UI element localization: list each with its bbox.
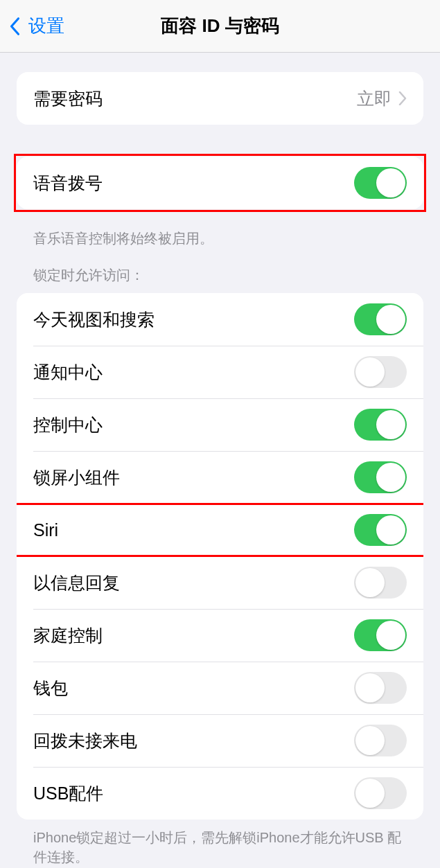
lock-access-row: 今天视图和搜索 <box>17 293 423 346</box>
voice-dial-row: 语音拨号 <box>17 157 423 209</box>
back-label: 设置 <box>28 14 64 38</box>
row-value: 立即 <box>357 87 391 110</box>
row-label: 家庭控制 <box>33 624 103 647</box>
lock-access-toggle[interactable] <box>354 514 407 546</box>
lock-access-toggle[interactable] <box>354 567 407 599</box>
row-label: 锁屏小组件 <box>33 466 120 489</box>
lock-access-toggle[interactable] <box>354 725 407 756</box>
lock-access-row: Siri <box>17 504 423 556</box>
row-label: 回拨未接来电 <box>33 729 137 752</box>
row-label: Siri <box>33 520 58 540</box>
lock-access-toggle[interactable] <box>354 461 407 493</box>
row-label: USB配件 <box>33 782 103 805</box>
lock-access-row: 家庭控制 <box>17 609 423 662</box>
lock-access-row: USB配件 <box>17 767 423 820</box>
lock-access-toggle[interactable] <box>354 356 407 388</box>
row-label: 需要密码 <box>33 87 103 110</box>
voice-dial-footer: 音乐语音控制将始终被启用。 <box>17 220 423 248</box>
require-passcode-row[interactable]: 需要密码 立即 <box>17 72 423 125</box>
lock-access-header: 锁定时允许访问： <box>17 248 423 293</box>
chevron-left-icon <box>10 17 20 36</box>
chevron-right-icon <box>398 91 407 105</box>
row-label: 语音拨号 <box>33 172 103 195</box>
page-title: 面容 ID 与密码 <box>0 14 440 38</box>
lock-access-toggle[interactable] <box>354 777 407 809</box>
lock-access-row: 钱包 <box>17 662 423 714</box>
lock-access-row: 通知中心 <box>17 346 423 398</box>
row-label: 通知中心 <box>33 361 103 384</box>
voice-dial-group: 语音拨号 <box>17 157 423 209</box>
lock-access-toggle[interactable] <box>354 619 407 651</box>
lock-access-toggle[interactable] <box>354 409 407 441</box>
row-label: 钱包 <box>33 677 68 700</box>
row-label: 以信息回复 <box>33 572 120 594</box>
passcode-group: 需要密码 立即 <box>17 72 423 125</box>
lock-access-row: 控制中心 <box>17 398 423 451</box>
lock-access-row: 以信息回复 <box>17 556 423 609</box>
lock-access-row: 锁屏小组件 <box>17 451 423 504</box>
lock-access-toggle[interactable] <box>354 303 407 335</box>
lock-access-toggle[interactable] <box>354 672 407 704</box>
lock-access-row: 回拨未接来电 <box>17 714 423 767</box>
voice-dial-toggle[interactable] <box>354 167 407 199</box>
back-button[interactable]: 设置 <box>0 14 64 38</box>
row-label: 今天视图和搜索 <box>33 308 155 331</box>
navigation-bar: 设置 面容 ID 与密码 <box>0 0 440 53</box>
lock-access-group: 今天视图和搜索通知中心控制中心锁屏小组件Siri以信息回复家庭控制钱包回拨未接来… <box>17 293 423 820</box>
lock-access-footer: iPhone锁定超过一小时后，需先解锁iPhone才能允许USB 配件连接。 <box>17 820 423 867</box>
row-label: 控制中心 <box>33 414 103 436</box>
